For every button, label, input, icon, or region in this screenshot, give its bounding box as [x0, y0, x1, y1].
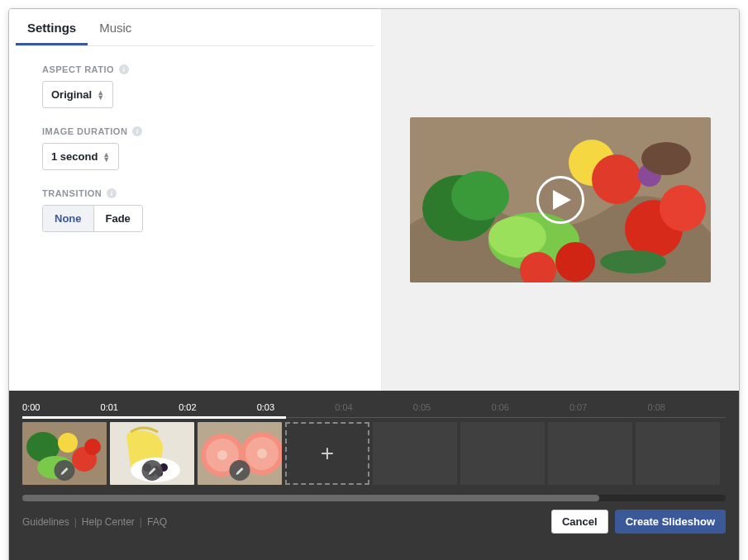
time-mark: 0:07: [569, 402, 648, 417]
empty-slot: [373, 422, 457, 485]
timeline-track[interactable]: [22, 417, 726, 418]
aspect-ratio-group: ASPECT RATIO i Original ▲▼: [42, 64, 348, 108]
pencil-icon: [60, 466, 69, 476]
transition-label-text: TRANSITION: [42, 188, 102, 198]
info-icon[interactable]: i: [132, 126, 142, 136]
svg-point-4: [488, 216, 546, 258]
image-duration-select[interactable]: 1 second ▲▼: [42, 143, 119, 170]
transition-segmented: None Fade: [42, 205, 143, 232]
time-mark: 0:06: [491, 402, 569, 417]
settings-panel: Settings Music ASPECT RATIO i Original ▲…: [9, 9, 382, 391]
info-icon[interactable]: i: [119, 64, 129, 74]
empty-slot: [548, 422, 632, 485]
guidelines-link[interactable]: Guidelines: [22, 516, 69, 528]
time-mark: 0:04: [335, 402, 413, 417]
faq-link[interactable]: FAQ: [147, 516, 167, 528]
preview-image: [410, 117, 711, 282]
time-mark: 0:02: [179, 402, 257, 417]
image-duration-group: IMAGE DURATION i 1 second ▲▼: [42, 126, 348, 170]
timeline-labels: 0:00 0:01 0:02 0:03 0:04 0:05 0:06 0:07 …: [22, 402, 726, 417]
pencil-icon: [147, 466, 157, 476]
cancel-button[interactable]: Cancel: [551, 510, 608, 534]
image-duration-label-text: IMAGE DURATION: [42, 126, 127, 136]
add-slide-button[interactable]: +: [285, 422, 369, 485]
play-button[interactable]: [536, 176, 584, 224]
transition-fade[interactable]: Fade: [94, 206, 142, 231]
svg-point-6: [592, 154, 641, 204]
info-icon[interactable]: i: [107, 188, 117, 198]
time-mark: 0:08: [648, 402, 727, 417]
timeline-thumbs: +: [22, 422, 726, 485]
footer-actions: Cancel Create Slideshow: [551, 510, 726, 534]
top-section: Settings Music ASPECT RATIO i Original ▲…: [9, 9, 739, 391]
play-icon: [553, 190, 571, 210]
image-duration-label: IMAGE DURATION i: [42, 126, 348, 136]
edit-slide-button[interactable]: [142, 460, 163, 481]
timeline-panel: 0:00 0:01 0:02 0:03 0:04 0:05 0:06 0:07 …: [9, 391, 739, 560]
time-mark: 0:00: [22, 402, 101, 417]
help-center-link[interactable]: Help Center: [82, 516, 135, 528]
slide-thumb[interactable]: [110, 422, 194, 485]
svg-point-2: [451, 171, 509, 221]
aspect-ratio-select[interactable]: Original ▲▼: [42, 81, 113, 108]
separator: |: [74, 516, 77, 528]
aspect-ratio-label: ASPECT RATIO i: [42, 64, 348, 74]
svg-point-13: [641, 142, 691, 175]
time-mark: 0:03: [257, 402, 336, 417]
transition-label: TRANSITION i: [42, 188, 348, 198]
transition-none[interactable]: None: [43, 206, 94, 231]
aspect-ratio-label-text: ASPECT RATIO: [42, 64, 114, 74]
svg-point-11: [600, 250, 666, 273]
separator: |: [140, 516, 142, 528]
time-mark: 0:05: [413, 402, 492, 417]
footer: Guidelines | Help Center | FAQ Cancel Cr…: [22, 510, 726, 534]
slide-thumb[interactable]: [198, 422, 282, 485]
create-slideshow-button[interactable]: Create Slideshow: [615, 510, 726, 534]
svg-point-30: [217, 450, 227, 460]
timeline-active-range: [22, 416, 286, 419]
edit-slide-button[interactable]: [55, 460, 75, 481]
updown-icon: ▲▼: [97, 90, 104, 100]
svg-point-33: [257, 448, 267, 458]
settings-body: ASPECT RATIO i Original ▲▼ IMAGE DURATIO…: [9, 46, 381, 268]
slide-thumb[interactable]: [22, 422, 107, 485]
timeline-scrollbar[interactable]: [22, 495, 726, 501]
transition-group: TRANSITION i None Fade: [42, 188, 348, 232]
svg-point-19: [84, 439, 101, 455]
svg-point-8: [660, 185, 706, 231]
slideshow-editor: Settings Music ASPECT RATIO i Original ▲…: [8, 8, 740, 560]
updown-icon: ▲▼: [102, 152, 110, 162]
image-duration-value: 1 second: [51, 150, 98, 163]
empty-slot: [636, 422, 720, 485]
svg-point-16: [58, 433, 78, 453]
tab-bar: Settings Music: [16, 9, 374, 46]
footer-links: Guidelines | Help Center | FAQ: [22, 516, 167, 528]
scrollbar-thumb[interactable]: [22, 495, 599, 501]
svg-point-9: [555, 242, 595, 282]
edit-slide-button[interactable]: [230, 460, 250, 481]
time-mark: 0:01: [101, 402, 179, 417]
tab-music[interactable]: Music: [88, 14, 143, 45]
pencil-icon: [235, 466, 245, 476]
tab-settings[interactable]: Settings: [16, 14, 88, 45]
empty-slot: [460, 422, 545, 485]
preview-panel: [382, 9, 739, 391]
aspect-ratio-value: Original: [51, 88, 92, 101]
